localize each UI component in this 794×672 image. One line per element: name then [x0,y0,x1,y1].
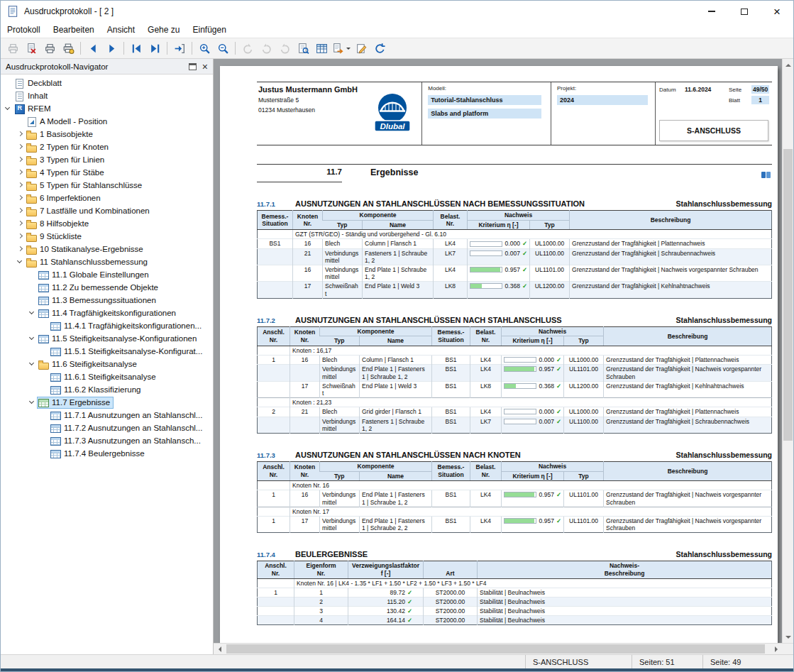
tree-entry[interactable]: 7 Lastfälle und Kombinationen [25,205,153,217]
tree-item-11-5-steifigkeitsanalyse-konfigurationen[interactable]: 11.5 Steifigkeitsanalyse-Konfigurationen [1,332,213,345]
menu-einf-gen[interactable]: Einfügen [186,23,232,37]
tree-entry[interactable]: 10 Statikanalyse-Ergebnisse [25,243,147,255]
last-page-button[interactable] [145,40,164,57]
vertical-scroll-thumb[interactable] [783,149,793,441]
expand-arrow-icon[interactable] [16,143,25,152]
tree-entry[interactable]: 11.7.1 Ausnutzungen an Stahlanschl... [49,409,206,422]
tree-item-11-4-tragf-higkeitskonfigurationen[interactable]: 11.4 Tragfähigkeitskonfigurationen [1,307,213,319]
scroll-right-arrow[interactable] [771,644,782,655]
tree-item-11-7-3-ausnutzungen-an-stahlansch[interactable]: 11.7.3 Ausnutzungen an Stahlansch... [1,434,213,447]
scroll-down-arrow[interactable] [783,632,794,643]
tree-entry[interactable]: 11.4 Tragfähigkeitskonfigurationen [37,307,180,319]
menu-gehe-zu[interactable]: Gehe zu [141,23,186,37]
tree-entry[interactable]: A Modell - Position [25,116,111,128]
next-page-button[interactable] [102,40,121,57]
tree-item-11-7-1-ausnutzungen-an-stahlanschl[interactable]: 11.7.1 Ausnutzungen an Stahlanschl... [1,409,213,422]
tree-item-11-stahlanschlussbemessung[interactable]: 11 Stahlanschlussbemessung [1,255,213,268]
tree-entry[interactable]: 11.6.1 Steifigkeitsanalyse [49,371,160,383]
collapse-arrow-icon[interactable] [28,360,37,369]
zoom-in-button[interactable] [195,40,214,57]
tree-item-deckblatt[interactable]: Deckblatt [1,77,213,89]
tree-item-11-7-ergebnisse[interactable]: 11.7 Ergebnisse [1,396,213,409]
float-panel-button[interactable] [189,63,197,70]
expand-arrow-icon[interactable] [16,155,25,165]
tree-item-8-hilfsobjekte[interactable]: 8 Hilfsobjekte [1,217,213,230]
tree-entry[interactable]: 8 Hilfsobjekte [25,218,92,230]
tree-entry[interactable]: 11.4.1 Tragfähigkeitskonfigurationen... [49,320,205,332]
tree-item-inhalt[interactable]: Inhalt [1,89,213,102]
close-navigator-button[interactable]: × [202,62,208,72]
tree-entry[interactable]: 6 Imperfektionen [25,192,104,204]
collapse-arrow-icon[interactable] [28,309,37,318]
tree-item-9-st-ckliste[interactable]: 9 Stückliste [1,230,213,243]
tree-entry[interactable]: 9 Stückliste [25,231,85,243]
tree-entry[interactable]: 2 Typen für Knoten [25,141,112,153]
tree-entry[interactable]: Inhalt [13,90,51,102]
tree-entry[interactable]: 11.6.2 Klassifizierung [49,384,144,396]
tree-entry[interactable]: 11.7.3 Ausnutzungen an Stahlansch... [49,435,204,447]
collapse-arrow-icon[interactable] [4,104,13,114]
tree-entry[interactable]: 4 Typen für Stäbe [25,167,108,179]
tree-entry[interactable]: 5 Typen für Stahlanschlüsse [25,180,145,192]
tree-item-5-typen-f-r-stahlanschl-sse[interactable]: 5 Typen für Stahlanschlüsse [1,179,213,192]
tree-entry[interactable]: 11.3 Bemessungssituationen [37,294,160,307]
tree-item-11-6-steifigkeitsanalyse[interactable]: 11.6 Steifigkeitsanalyse [1,358,213,370]
delete-protocol-button[interactable] [22,40,40,57]
expand-arrow-icon[interactable] [16,245,25,254]
tree-item-1-basisobjekte[interactable]: 1 Basisobjekte [1,128,213,141]
scroll-up-arrow[interactable] [783,59,794,70]
menu-ansicht[interactable]: Ansicht [101,23,141,37]
tree-item-11-7-4-beulergebnisse[interactable]: 11.7.4 Beulergebnisse [1,447,213,460]
tree-item-11-2-zu-bemessende-objekte[interactable]: 11.2 Zu bemessende Objekte [1,281,213,294]
expand-arrow-icon[interactable] [16,130,25,139]
tree-item-6-imperfektionen[interactable]: 6 Imperfektionen [1,192,213,204]
tree-item-11-6-2-klassifizierung[interactable]: 11.6.2 Klassifizierung [1,383,213,396]
dropdown-arrow-icon[interactable] [346,48,351,52]
tree-item-7-lastf-lle-und-kombinationen[interactable]: 7 Lastfälle und Kombinationen [1,204,213,217]
tree-item-3-typen-f-r-linien[interactable]: 3 Typen für Linien [1,153,213,166]
refresh-button[interactable] [370,40,389,57]
expand-arrow-icon[interactable] [16,219,25,228]
tree-entry[interactable]: 3 Typen für Linien [25,154,108,166]
tree-entry[interactable]: 11.7 Ergebnisse [37,397,114,409]
tree-entry[interactable]: 11.7.4 Beulergebnisse [49,448,148,460]
page-preview-button[interactable] [294,40,312,57]
menu-bearbeiten[interactable]: Bearbeiten [47,23,101,37]
menu-protokoll[interactable]: Protokoll [1,23,47,37]
scroll-left-arrow[interactable] [214,644,225,655]
horizontal-scroll-track[interactable] [225,644,771,655]
tree-entry[interactable]: 11.5 Steifigkeitsanalyse-Konfigurationen [37,333,200,345]
expand-arrow-icon[interactable] [16,168,25,177]
collapse-arrow-icon[interactable] [28,334,37,343]
vertical-scroll-track[interactable] [783,70,793,632]
tree-entry[interactable]: 11 Stahlanschlussbemessung [25,256,151,268]
tree-entry[interactable]: 11.6 Steifigkeitsanalyse [37,358,140,370]
go-to-page-button[interactable] [170,40,189,57]
tree-item-11-1-globale-einstellungen[interactable]: 11.1 Globale Einstellungen [1,268,213,281]
horizontal-scrollbar[interactable] [214,643,793,654]
table-view-button[interactable] [312,40,331,57]
print-button[interactable] [40,40,59,57]
vertical-scrollbar[interactable] [782,59,793,643]
tree-item-10-statikanalyse-ergebnisse[interactable]: 10 Statikanalyse-Ergebnisse [1,243,213,255]
horizontal-scroll-thumb[interactable] [226,644,765,654]
expand-arrow-icon[interactable] [16,194,25,203]
edit-protocol-button[interactable] [352,40,370,57]
collapse-arrow-icon[interactable] [16,258,25,267]
expand-arrow-icon[interactable] [16,181,25,190]
tree-entry[interactable]: 11.2 Zu bemessende Objekte [37,282,162,294]
tree-item-rfem[interactable]: RFEM [1,102,213,115]
zoom-out-button[interactable] [214,40,232,57]
first-page-button[interactable] [127,40,145,57]
tree-item-11-5-1-steifigkeitsanalyse-konfigurat[interactable]: 11.5.1 Steifigkeitsanalyse-Konfigurat... [1,345,213,358]
tree-entry[interactable]: RFEM [13,103,55,115]
tree-entry[interactable]: 11.1 Globale Einstellungen [37,269,153,281]
export-button[interactable] [331,40,352,57]
tree-item-a-modell-position[interactable]: A Modell - Position [1,115,213,128]
expand-arrow-icon[interactable] [16,232,25,241]
collapse-arrow-icon[interactable] [28,398,37,407]
maximize-button[interactable] [728,1,761,22]
tree-item-11-3-bemessungssituationen[interactable]: 11.3 Bemessungssituationen [1,294,213,307]
close-button[interactable]: × [761,1,793,22]
tree-entry[interactable]: 1 Basisobjekte [25,128,97,141]
